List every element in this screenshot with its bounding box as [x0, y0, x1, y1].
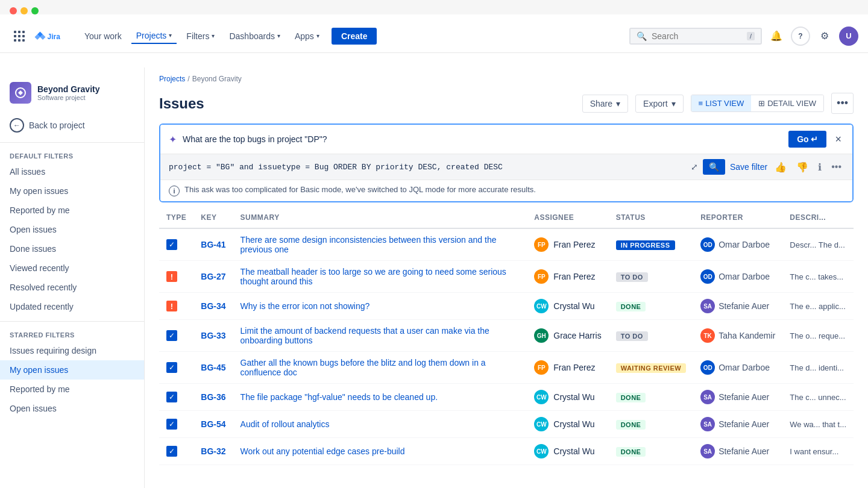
- issue-summary-link[interactable]: The file package "hgf-value" needs to be…: [241, 392, 438, 402]
- sidebar-item-starred-reported-by-me[interactable]: Reported by me: [0, 380, 144, 399]
- create-button[interactable]: Create: [332, 28, 377, 45]
- cell-status: WAITING REVIEW: [609, 352, 694, 384]
- breadcrumb-projects[interactable]: Projects: [159, 75, 185, 83]
- reporter-name: Omar Darboe: [719, 240, 770, 249]
- jira-logo[interactable]: Jira: [34, 28, 70, 45]
- your-work-nav[interactable]: Your work: [80, 29, 127, 43]
- cell-type: ✓: [159, 352, 193, 384]
- cell-key: BG-33: [193, 320, 233, 352]
- jql-search-button[interactable]: 🔍: [703, 159, 725, 175]
- sidebar-item-starred-open-issues[interactable]: Open issues: [0, 399, 144, 418]
- sidebar-item-issues-requiring-design[interactable]: Issues requiring design: [0, 341, 144, 360]
- ai-star-icon: ✦: [169, 134, 177, 145]
- info-button[interactable]: ℹ: [816, 160, 824, 174]
- dashboards-nav[interactable]: Dashboards ▾: [224, 29, 285, 43]
- window-minimize-btn[interactable]: [20, 7, 28, 14]
- list-view-button[interactable]: ≡ LIST VIEW: [691, 95, 752, 111]
- reporter-name: Omar Darboe: [719, 363, 770, 372]
- export-button[interactable]: Export ▾: [635, 95, 683, 113]
- apps-nav[interactable]: Apps ▾: [290, 29, 324, 43]
- cell-description: The e... applic...: [782, 293, 854, 320]
- issue-key-link[interactable]: BG-54: [201, 419, 225, 429]
- assignee-avatar: FP: [534, 360, 549, 375]
- cell-key: BG-45: [193, 352, 233, 384]
- issue-key-link[interactable]: BG-45: [201, 363, 225, 372]
- share-button[interactable]: Share ▾: [582, 95, 628, 113]
- detail-view-button[interactable]: ⊞ DETAIL VIEW: [751, 95, 823, 111]
- ai-close-button[interactable]: ×: [832, 133, 844, 146]
- sidebar-item-all-issues[interactable]: All issues: [0, 162, 144, 181]
- reporter-cell: SAStefanie Auer: [700, 390, 775, 404]
- assignee-name: Fran Perez: [553, 272, 595, 281]
- save-filter-link[interactable]: Save filter: [730, 162, 767, 172]
- issue-key-link[interactable]: BG-32: [201, 446, 225, 456]
- issue-key-link[interactable]: BG-36: [201, 392, 225, 402]
- thumbs-down-button[interactable]: 👎: [794, 160, 811, 174]
- notifications-icon[interactable]: 🔔: [767, 27, 786, 46]
- issue-key-link[interactable]: BG-27: [201, 272, 225, 281]
- grid-icon[interactable]: [10, 27, 29, 46]
- checkbox-icon: ✓: [166, 362, 177, 373]
- search-shortcut: /: [747, 32, 755, 40]
- issue-key-link[interactable]: BG-33: [201, 331, 225, 340]
- status-badge: DONE: [616, 302, 646, 311]
- ai-go-button[interactable]: Go ↵: [788, 131, 826, 148]
- issue-summary-link[interactable]: Work out any potential edge cases pre-bu…: [241, 446, 405, 456]
- assignee-name: Crystal Wu: [553, 446, 594, 456]
- col-assignee: Assignee: [527, 207, 608, 228]
- sidebar-item-reported-by-me[interactable]: Reported by me: [0, 201, 144, 220]
- ai-prompt-row: ✦ What are the top bugs in project "DP"?…: [160, 125, 852, 154]
- issue-summary-link[interactable]: Limit the amount of backend requests tha…: [241, 326, 489, 345]
- user-avatar[interactable]: U: [839, 27, 858, 46]
- jql-input[interactable]: [169, 163, 686, 172]
- cell-description: I want ensur...: [782, 438, 854, 465]
- thumbs-up-button[interactable]: 👍: [772, 160, 789, 174]
- issue-summary-link[interactable]: There are some design inconsistencies be…: [241, 235, 497, 254]
- issue-summary-link[interactable]: Gather all the known bugs before the bli…: [241, 358, 486, 377]
- svg-rect-3: [14, 35, 16, 37]
- window-close-btn[interactable]: [10, 7, 17, 14]
- cell-description: The c... takes...: [782, 261, 854, 293]
- divider-1: [0, 142, 144, 143]
- expand-icon[interactable]: ⤢: [691, 162, 698, 172]
- cell-key: BG-32: [193, 438, 233, 465]
- more-options-button[interactable]: •••: [831, 93, 854, 114]
- issue-key-link[interactable]: BG-34: [201, 301, 225, 311]
- filters-nav[interactable]: Filters ▾: [181, 29, 219, 43]
- sidebar-item-updated-recently[interactable]: Updated recently: [0, 297, 144, 316]
- search-input[interactable]: [652, 31, 742, 41]
- assignee-avatar: FP: [534, 237, 549, 252]
- back-to-project[interactable]: ← Back to project: [0, 113, 144, 137]
- jql-more-button[interactable]: •••: [829, 160, 844, 174]
- sidebar-item-viewed-recently[interactable]: Viewed recently: [0, 258, 144, 278]
- sidebar-item-starred-my-open-issues[interactable]: My open issues: [0, 360, 144, 380]
- issue-summary-link[interactable]: The meatball header is too large so we a…: [241, 267, 506, 286]
- issue-summary-link[interactable]: Audit of rollout analytics: [241, 419, 330, 429]
- status-badge: DONE: [616, 393, 646, 402]
- cell-reporter: SAStefanie Auer: [693, 293, 782, 320]
- issue-key-link[interactable]: BG-41: [201, 240, 225, 249]
- view-toggle: ≡ LIST VIEW ⊞ DETAIL VIEW: [691, 95, 825, 112]
- sidebar-item-resolved-recently[interactable]: Resolved recently: [0, 278, 144, 297]
- assignee-cell: FPFran Perez: [534, 237, 601, 252]
- table-row: !BG-27The meatball header is too large s…: [159, 261, 854, 293]
- cell-type: ✓: [159, 411, 193, 438]
- cell-status: DONE: [609, 411, 694, 438]
- projects-nav[interactable]: Projects ▾: [131, 28, 177, 44]
- cell-summary: Gather all the known bugs before the bli…: [233, 352, 527, 384]
- settings-icon[interactable]: ⚙: [815, 27, 834, 46]
- window-maximize-btn[interactable]: [31, 7, 39, 14]
- issues-table: Type Key Summary Assignee Status Reporte…: [159, 207, 854, 465]
- sidebar-item-my-open-issues[interactable]: My open issues: [0, 181, 144, 201]
- checkbox-icon: ✓: [166, 392, 177, 402]
- assignee-name: Crystal Wu: [553, 301, 594, 311]
- svg-rect-7: [18, 39, 20, 42]
- breadcrumb: Projects / Beyond Gravity: [145, 67, 868, 88]
- sidebar-item-done-issues[interactable]: Done issues: [0, 239, 144, 258]
- issue-summary-link[interactable]: Why is the error icon not showing?: [241, 301, 370, 311]
- search-box[interactable]: 🔍 /: [629, 28, 762, 45]
- help-icon[interactable]: ?: [791, 27, 810, 46]
- table-row: ✓BG-33Limit the amount of backend reques…: [159, 320, 854, 352]
- svg-rect-1: [18, 31, 20, 33]
- sidebar-item-open-issues[interactable]: Open issues: [0, 220, 144, 239]
